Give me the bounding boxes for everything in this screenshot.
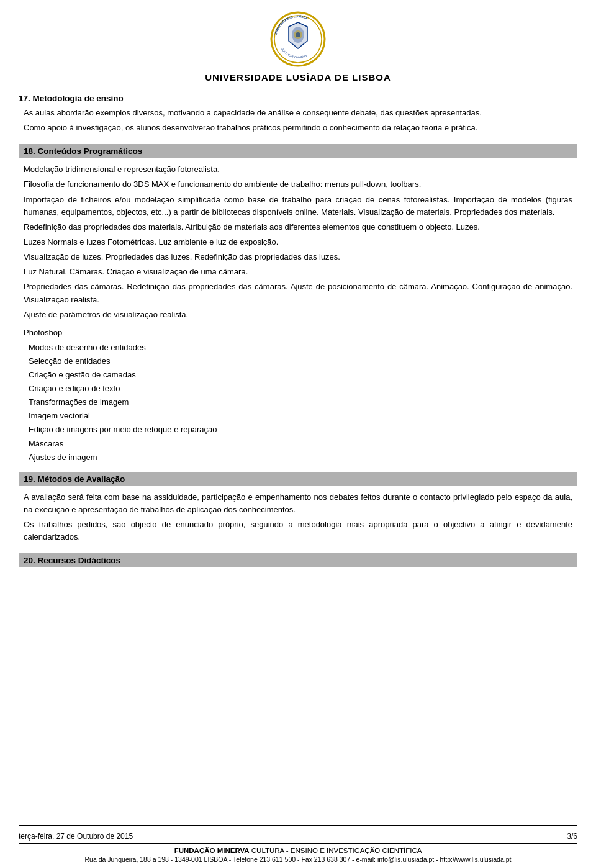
list-item: Ajustes de imagem xyxy=(29,451,572,464)
section-17-para-2: Como apoio à investigação, os alunos des… xyxy=(24,122,572,134)
section-19-content: A avaliação será feita com base na assid… xyxy=(19,490,577,548)
foundation-rest: CULTURA - ENSINO E INVESTIGAÇÃO CIENTÍFI… xyxy=(251,847,422,854)
section-19: 19. Métodos de Avaliação A avaliação ser… xyxy=(19,466,577,548)
s18-p4: Luzes Normais e luzes Fotométricas. Luz … xyxy=(24,236,572,248)
list-item: Selecção de entidades xyxy=(29,355,572,368)
footer-page: 3/6 xyxy=(567,832,577,841)
s19-p0: A avaliação será feita com base na assid… xyxy=(24,491,572,516)
s18-p5: Visualização de luzes. Propriedades das … xyxy=(24,251,572,263)
list-item: Imagem vectorial xyxy=(29,409,572,423)
section-18-photoshop: Photoshop Modos de desenho de entidades … xyxy=(19,325,577,466)
section-20: 20. Recursos Didácticos xyxy=(19,547,577,571)
list-item: Modos de desenho de entidades xyxy=(29,341,572,355)
section-17-para-1: As aulas abordarão exemplos diversos, mo… xyxy=(24,107,572,119)
list-item: Transformações de imagem xyxy=(29,396,572,409)
list-item: Edição de imagens por meio de retoque e … xyxy=(29,423,572,436)
section-17: 17. Metodologia de ensino As aulas abord… xyxy=(19,89,577,138)
section-19-heading: 19. Métodos de Avaliação xyxy=(19,472,577,486)
footer-line1: terça-feira, 27 de Outubro de 2015 3/6 xyxy=(19,830,577,843)
section-18-content: Modelação tridimensional e representação… xyxy=(19,162,577,325)
photoshop-list: Modos de desenho de entidades Selecção d… xyxy=(24,341,572,464)
s18-p2: Importação de ficheiros e/ou modelação s… xyxy=(24,194,572,219)
page-footer: terça-feira, 27 de Outubro de 2015 3/6 F… xyxy=(19,825,577,868)
s18-p8: Ajuste de parâmetros de visualização rea… xyxy=(24,309,572,321)
university-logo: UNIVERSIDADES LUSÍADA SOL LUCET OMNIBUS xyxy=(270,11,326,67)
footer-date: terça-feira, 27 de Outubro de 2015 xyxy=(19,832,133,841)
svg-point-7 xyxy=(296,32,300,37)
s18-p7: Propriedades das câmaras. Redefinição da… xyxy=(24,281,572,305)
list-item: Criação e gestão de camadas xyxy=(29,368,572,382)
photoshop-header: Photoshop xyxy=(24,326,572,340)
s18-p0: Modelação tridimensional e representação… xyxy=(24,163,572,176)
s18-p3: Redefinição das propriedades dos materia… xyxy=(24,221,572,233)
s18-p1: Filosofia de funcionamento do 3DS MAX e … xyxy=(24,178,572,191)
s18-p6: Luz Natural. Câmaras. Criação e visualiz… xyxy=(24,266,572,278)
page-header: UNIVERSIDADES LUSÍADA SOL LUCET OMNIBUS … xyxy=(19,0,577,89)
section-17-content: As aulas abordarão exemplos diversos, mo… xyxy=(19,106,577,138)
section-18-heading: 18. Conteúdos Programáticos xyxy=(19,144,577,158)
foundation-bold: FUNDAÇÃO MINERVA xyxy=(174,847,250,854)
list-item: Criação e edição de texto xyxy=(29,382,572,396)
footer-address: Rua da Junqueira, 188 a 198 - 1349-001 L… xyxy=(19,856,577,868)
university-title: UNIVERSIDADE LUSÍADA DE LISBOA xyxy=(205,72,391,83)
section-20-heading: 20. Recursos Didácticos xyxy=(19,553,577,567)
section-18: 18. Conteúdos Programáticos Modelação tr… xyxy=(19,138,577,465)
footer-foundation: FUNDAÇÃO MINERVA CULTURA - ENSINO E INVE… xyxy=(19,843,577,856)
s19-p1: Os trabalhos pedidos, são objecto de enu… xyxy=(24,518,572,543)
section-17-heading: 17. Metodologia de ensino xyxy=(19,94,577,103)
list-item: Máscaras xyxy=(29,437,572,451)
